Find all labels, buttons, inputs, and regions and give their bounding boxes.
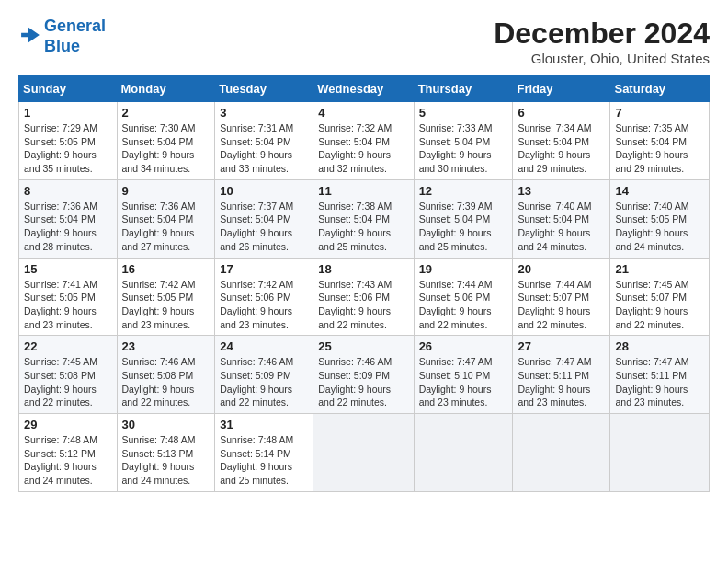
calendar-cell: 31Sunrise: 7:48 AMSunset: 5:14 PMDayligh… [215, 414, 313, 492]
day-number: 20 [518, 262, 605, 276]
day-number: 22 [24, 339, 112, 353]
calendar-cell: 12Sunrise: 7:39 AMSunset: 5:04 PMDayligh… [414, 179, 513, 258]
day-info: Sunrise: 7:36 AMSunset: 5:04 PMDaylight:… [122, 200, 210, 254]
day-info: Sunrise: 7:48 AMSunset: 5:12 PMDaylight:… [24, 433, 112, 488]
day-info: Sunrise: 7:47 AMSunset: 5:11 PMDaylight:… [518, 355, 605, 409]
day-number: 7 [615, 106, 704, 120]
calendar-cell [513, 414, 610, 492]
calendar-cell: 17Sunrise: 7:42 AMSunset: 5:06 PMDayligh… [215, 258, 313, 336]
day-info: Sunrise: 7:48 AMSunset: 5:14 PMDaylight:… [220, 433, 308, 488]
calendar-week-row: 15Sunrise: 7:41 AMSunset: 5:05 PMDayligh… [19, 258, 710, 336]
day-info: Sunrise: 7:41 AMSunset: 5:05 PMDaylight:… [24, 278, 112, 332]
day-info: Sunrise: 7:35 AMSunset: 5:04 PMDaylight:… [615, 121, 704, 176]
calendar-cell: 29Sunrise: 7:48 AMSunset: 5:12 PMDayligh… [19, 414, 118, 492]
calendar-week-row: 22Sunrise: 7:45 AMSunset: 5:08 PMDayligh… [19, 336, 710, 414]
day-number: 13 [518, 184, 605, 198]
calendar-cell: 27Sunrise: 7:47 AMSunset: 5:11 PMDayligh… [513, 336, 610, 414]
calendar-cell: 1Sunrise: 7:29 AMSunset: 5:05 PMDaylight… [19, 102, 118, 180]
month-title: December 2024 [494, 17, 710, 51]
logo-line1: General [44, 17, 106, 37]
day-info: Sunrise: 7:30 AMSunset: 5:04 PMDaylight:… [122, 121, 210, 176]
day-info: Sunrise: 7:43 AMSunset: 5:06 PMDaylight:… [318, 278, 408, 332]
calendar-cell: 6Sunrise: 7:34 AMSunset: 5:04 PMDaylight… [513, 102, 610, 180]
calendar-cell: 18Sunrise: 7:43 AMSunset: 5:06 PMDayligh… [313, 258, 414, 336]
page-container: General Blue December 2024 Glouster, Ohi… [0, 0, 728, 501]
calendar-cell: 30Sunrise: 7:48 AMSunset: 5:13 PMDayligh… [117, 414, 215, 492]
day-number: 9 [122, 184, 210, 198]
calendar-cell: 15Sunrise: 7:41 AMSunset: 5:05 PMDayligh… [19, 258, 118, 336]
calendar-header-cell: Sunday [19, 76, 118, 102]
calendar-cell: 16Sunrise: 7:42 AMSunset: 5:05 PMDayligh… [117, 258, 215, 336]
day-info: Sunrise: 7:37 AMSunset: 5:04 PMDaylight:… [220, 200, 308, 254]
day-number: 21 [615, 262, 704, 276]
day-number: 4 [318, 106, 408, 120]
calendar-cell: 2Sunrise: 7:30 AMSunset: 5:04 PMDaylight… [117, 102, 215, 180]
day-number: 8 [24, 184, 112, 198]
day-info: Sunrise: 7:39 AMSunset: 5:04 PMDaylight:… [419, 200, 508, 254]
day-info: Sunrise: 7:32 AMSunset: 5:04 PMDaylight:… [318, 121, 408, 176]
day-number: 31 [220, 418, 308, 431]
day-info: Sunrise: 7:45 AMSunset: 5:07 PMDaylight:… [615, 278, 704, 332]
calendar-cell: 7Sunrise: 7:35 AMSunset: 5:04 PMDaylight… [610, 102, 710, 180]
day-number: 12 [419, 184, 508, 198]
day-number: 27 [518, 339, 605, 353]
day-info: Sunrise: 7:48 AMSunset: 5:13 PMDaylight:… [122, 433, 210, 488]
logo-icon [20, 25, 40, 45]
day-info: Sunrise: 7:46 AMSunset: 5:09 PMDaylight:… [318, 355, 408, 409]
day-number: 25 [318, 339, 408, 353]
calendar-cell: 24Sunrise: 7:46 AMSunset: 5:09 PMDayligh… [215, 336, 313, 414]
logo-line2: Blue [44, 37, 106, 57]
day-number: 5 [419, 106, 508, 120]
calendar-cell: 26Sunrise: 7:47 AMSunset: 5:10 PMDayligh… [414, 336, 513, 414]
calendar-cell: 20Sunrise: 7:44 AMSunset: 5:07 PMDayligh… [513, 258, 610, 336]
day-number: 19 [419, 262, 508, 276]
day-number: 3 [220, 106, 308, 120]
calendar-cell [313, 414, 414, 492]
calendar-header-cell: Saturday [610, 76, 710, 102]
day-number: 29 [24, 418, 112, 431]
logo: General Blue [18, 17, 106, 56]
calendar-table: SundayMondayTuesdayWednesdayThursdayFrid… [18, 75, 710, 492]
calendar-header-cell: Friday [513, 76, 610, 102]
day-info: Sunrise: 7:45 AMSunset: 5:08 PMDaylight:… [24, 355, 112, 409]
day-number: 24 [220, 339, 308, 353]
calendar-cell: 4Sunrise: 7:32 AMSunset: 5:04 PMDaylight… [313, 102, 414, 180]
day-info: Sunrise: 7:44 AMSunset: 5:06 PMDaylight:… [419, 278, 508, 332]
day-info: Sunrise: 7:47 AMSunset: 5:10 PMDaylight:… [419, 355, 508, 409]
calendar-cell: 23Sunrise: 7:46 AMSunset: 5:08 PMDayligh… [117, 336, 215, 414]
day-info: Sunrise: 7:44 AMSunset: 5:07 PMDaylight:… [518, 278, 605, 332]
day-info: Sunrise: 7:36 AMSunset: 5:04 PMDaylight:… [24, 200, 112, 254]
day-number: 28 [615, 339, 704, 353]
calendar-cell: 10Sunrise: 7:37 AMSunset: 5:04 PMDayligh… [215, 179, 313, 258]
calendar-week-row: 8Sunrise: 7:36 AMSunset: 5:04 PMDaylight… [19, 179, 710, 258]
day-number: 26 [419, 339, 508, 353]
day-info: Sunrise: 7:47 AMSunset: 5:11 PMDaylight:… [615, 355, 704, 409]
day-number: 1 [24, 106, 112, 120]
day-info: Sunrise: 7:40 AMSunset: 5:05 PMDaylight:… [615, 200, 704, 254]
calendar-cell: 14Sunrise: 7:40 AMSunset: 5:05 PMDayligh… [610, 179, 710, 258]
calendar-cell: 11Sunrise: 7:38 AMSunset: 5:04 PMDayligh… [313, 179, 414, 258]
day-info: Sunrise: 7:46 AMSunset: 5:09 PMDaylight:… [220, 355, 308, 409]
calendar-cell: 9Sunrise: 7:36 AMSunset: 5:04 PMDaylight… [117, 179, 215, 258]
calendar-cell: 25Sunrise: 7:46 AMSunset: 5:09 PMDayligh… [313, 336, 414, 414]
calendar-header-cell: Tuesday [215, 76, 313, 102]
title-block: December 2024 Glouster, Ohio, United Sta… [494, 17, 710, 66]
calendar-cell: 5Sunrise: 7:33 AMSunset: 5:04 PMDaylight… [414, 102, 513, 180]
day-number: 17 [220, 262, 308, 276]
day-info: Sunrise: 7:42 AMSunset: 5:05 PMDaylight:… [122, 278, 210, 332]
day-number: 10 [220, 184, 308, 198]
calendar-cell: 21Sunrise: 7:45 AMSunset: 5:07 PMDayligh… [610, 258, 710, 336]
calendar-week-row: 29Sunrise: 7:48 AMSunset: 5:12 PMDayligh… [19, 414, 710, 492]
calendar-header-row: SundayMondayTuesdayWednesdayThursdayFrid… [19, 76, 710, 102]
day-number: 30 [122, 418, 210, 431]
header: General Blue December 2024 Glouster, Ohi… [18, 17, 710, 66]
day-number: 11 [318, 184, 408, 198]
day-info: Sunrise: 7:42 AMSunset: 5:06 PMDaylight:… [220, 278, 308, 332]
calendar-week-row: 1Sunrise: 7:29 AMSunset: 5:05 PMDaylight… [19, 102, 710, 180]
svg-marker-0 [21, 27, 40, 43]
calendar-header-cell: Wednesday [313, 76, 414, 102]
day-info: Sunrise: 7:29 AMSunset: 5:05 PMDaylight:… [24, 121, 112, 176]
day-info: Sunrise: 7:31 AMSunset: 5:04 PMDaylight:… [220, 121, 308, 176]
calendar-header-cell: Monday [117, 76, 215, 102]
day-info: Sunrise: 7:38 AMSunset: 5:04 PMDaylight:… [318, 200, 408, 254]
